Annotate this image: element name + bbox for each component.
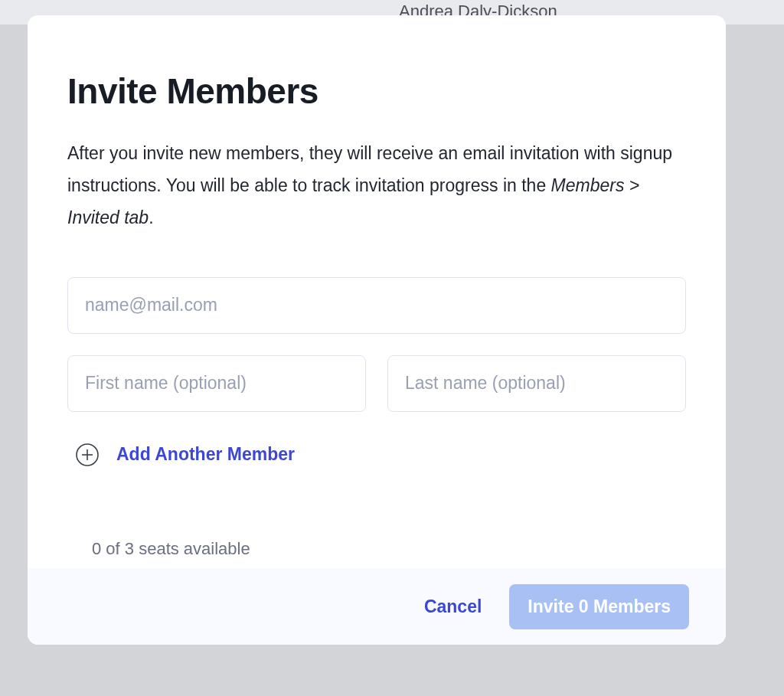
modal-footer: Cancel Invite 0 Members xyxy=(28,568,726,645)
modal-desc-part2: . xyxy=(149,207,153,227)
email-field[interactable] xyxy=(67,277,686,334)
cancel-button[interactable]: Cancel xyxy=(421,589,485,625)
first-name-field[interactable] xyxy=(67,355,366,412)
name-row xyxy=(67,355,686,412)
seats-available-text: 0 of 3 seats available xyxy=(92,539,250,559)
add-another-member-button[interactable]: Add Another Member xyxy=(75,443,295,467)
add-another-member-label: Add Another Member xyxy=(116,444,295,465)
modal-title: Invite Members xyxy=(67,70,686,112)
email-row xyxy=(67,277,686,334)
modal-description: After you invite new members, they will … xyxy=(67,138,686,234)
plus-circle-icon xyxy=(75,443,100,467)
modal-body: Invite Members After you invite new memb… xyxy=(28,15,726,568)
invite-members-modal: Invite Members After you invite new memb… xyxy=(28,15,726,645)
invite-members-button[interactable]: Invite 0 Members xyxy=(509,584,689,629)
last-name-field[interactable] xyxy=(387,355,686,412)
